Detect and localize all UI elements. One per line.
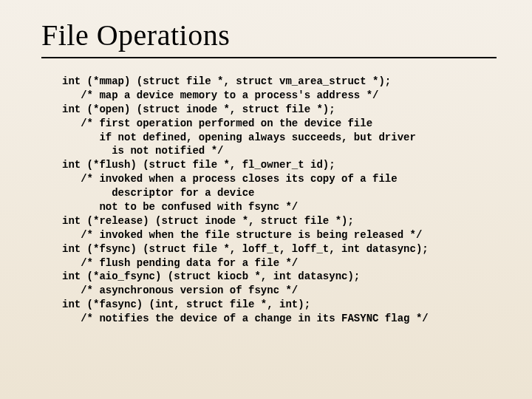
slide: File Operations int (*mmap) (struct file… bbox=[0, 0, 532, 399]
title-underline bbox=[41, 57, 497, 58]
code-block: int (*mmap) (struct file *, struct vm_ar… bbox=[62, 75, 497, 326]
page-title: File Operations bbox=[41, 18, 497, 52]
